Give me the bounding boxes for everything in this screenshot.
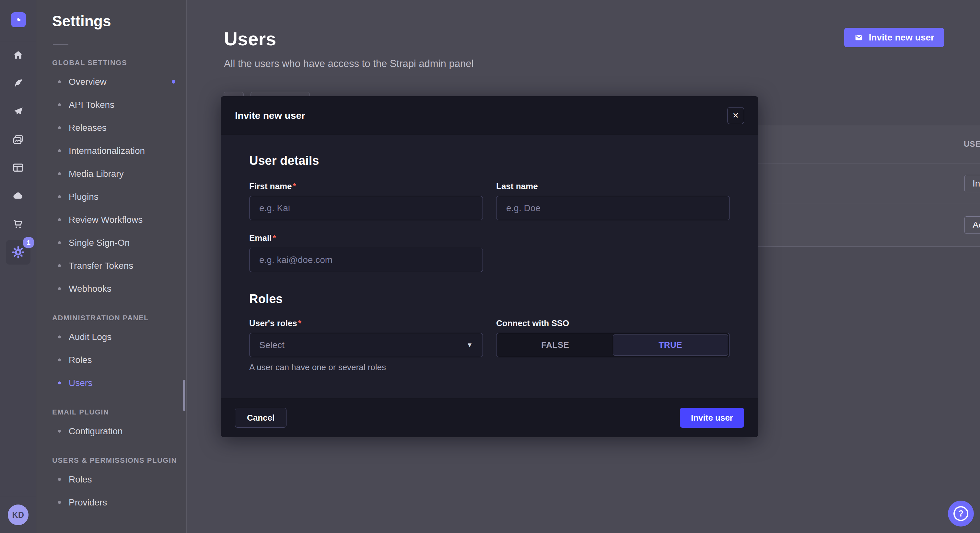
required-asterisk: *: [272, 233, 276, 243]
invite-user-submit-button[interactable]: Invite user: [680, 408, 744, 428]
section-label-email-plugin: EMAIL PLUGIN: [36, 408, 186, 416]
sidebar-item-review-workflows[interactable]: Review Workflows: [36, 208, 186, 231]
sso-toggle: FALSE TRUE: [496, 333, 730, 357]
help-button[interactable]: ?: [948, 501, 974, 527]
modal-title: Invite new user: [235, 110, 305, 121]
bullet-icon: [58, 195, 61, 198]
invite-new-user-button[interactable]: Invite new user: [844, 28, 944, 47]
strapi-logo-icon: [14, 16, 23, 24]
sidebar-item-single-sign-on[interactable]: Single Sign-On: [36, 231, 186, 254]
user-roles-label: User's roles*: [249, 318, 483, 328]
cancel-button[interactable]: Cancel: [235, 408, 286, 428]
pictures-icon[interactable]: [12, 133, 25, 146]
home-icon[interactable]: [12, 49, 25, 62]
sso-field-group: Connect with SSO FALSE TRUE: [496, 318, 730, 373]
paper-plane-icon[interactable]: [12, 105, 25, 118]
page-subtitle: All the users who have access to the Str…: [224, 58, 474, 70]
bullet-icon: [58, 381, 61, 384]
email-label: Email*: [249, 233, 483, 243]
bullet-icon: [58, 218, 61, 221]
sidebar-item-internationalization[interactable]: Internationalization: [36, 139, 186, 162]
bullet-icon: [58, 501, 61, 504]
section-label-administration-panel: ADMINISTRATION PANEL: [36, 314, 186, 322]
sso-label: Connect with SSO: [496, 318, 730, 328]
sidebar-item-releases[interactable]: Releases: [36, 116, 186, 139]
chevron-down-icon: ▼: [466, 341, 473, 349]
sidebar-item-up-providers[interactable]: Providers: [36, 491, 186, 514]
sidebar-item-plugins[interactable]: Plugins: [36, 185, 186, 208]
main-nav-rail: 1 KD: [0, 0, 36, 533]
sidebar-item-webhooks[interactable]: Webhooks: [36, 277, 186, 300]
envelope-icon: [854, 33, 864, 42]
status-badge: Inactive: [964, 175, 980, 192]
sidebar-item-media-library[interactable]: Media Library: [36, 162, 186, 185]
bullet-icon: [58, 80, 61, 83]
sidebar-item-transfer-tokens[interactable]: Transfer Tokens: [36, 254, 186, 277]
email-input[interactable]: [249, 248, 483, 272]
sidebar-item-api-tokens[interactable]: API Tokens: [36, 93, 186, 116]
bullet-icon: [58, 126, 61, 129]
section-title-user-details: User details: [249, 154, 730, 168]
page-title: Users: [224, 28, 474, 49]
bullet-icon: [58, 172, 61, 175]
cart-icon[interactable]: [12, 217, 25, 230]
subnav-scrollbar-thumb[interactable]: [183, 380, 185, 411]
sso-toggle-false[interactable]: FALSE: [498, 335, 613, 355]
layout-icon[interactable]: [12, 161, 25, 174]
roles-hint: A user can have one or several roles: [249, 362, 483, 373]
modal-footer: Cancel Invite user: [221, 398, 758, 437]
sidebar-item-audit-logs[interactable]: Audit Logs: [36, 325, 186, 348]
first-name-label: First name*: [249, 181, 483, 191]
strapi-logo[interactable]: [11, 12, 26, 27]
sso-toggle-true[interactable]: TRUE: [613, 335, 729, 355]
user-roles-select[interactable]: Select ▼: [249, 333, 483, 357]
gear-icon: [11, 245, 25, 259]
required-asterisk: *: [293, 181, 296, 191]
section-title-roles: Roles: [249, 292, 730, 306]
email-field-group: Email*: [249, 233, 483, 272]
settings-nav-item[interactable]: 1: [6, 240, 30, 265]
sidebar-item-overview[interactable]: Overview: [36, 70, 186, 93]
subnav-title-rule: [53, 44, 68, 45]
sidebar-item-users[interactable]: Users: [36, 371, 186, 394]
modal-header: Invite new user ✕: [221, 96, 758, 135]
last-name-label: Last name: [496, 181, 730, 191]
first-name-input[interactable]: [249, 196, 483, 220]
sidebar-item-admin-roles[interactable]: Roles: [36, 348, 186, 371]
overview-notification-dot: [172, 80, 175, 84]
rail-divider: [0, 42, 36, 42]
user-avatar[interactable]: KD: [8, 504, 29, 525]
section-label-users-permissions-plugin: USERS & PERMISSIONS PLUGIN: [36, 456, 186, 465]
settings-notification-badge: 1: [23, 237, 34, 248]
settings-subnav: Settings GLOBAL SETTINGS Overview API To…: [36, 0, 187, 533]
sidebar-item-email-configuration[interactable]: Configuration: [36, 420, 186, 443]
column-header-user-status: USER STATUS: [964, 140, 980, 149]
section-label-global-settings: GLOBAL SETTINGS: [36, 59, 186, 67]
cloud-icon[interactable]: [12, 189, 25, 202]
invite-new-user-modal: Invite new user ✕ User details First nam…: [221, 96, 758, 437]
last-name-field-group: Last name: [496, 181, 730, 220]
last-name-input[interactable]: [496, 196, 730, 220]
close-icon[interactable]: ✕: [727, 107, 744, 124]
strapi-admin-app: 1 KD Settings GLOBAL SETTINGS Overview A…: [0, 0, 980, 533]
first-name-field-group: First name*: [249, 181, 483, 220]
bullet-icon: [58, 359, 61, 362]
status-badge: Active: [964, 216, 980, 234]
question-mark-icon: ?: [953, 506, 968, 521]
bullet-icon: [58, 287, 61, 290]
user-roles-field-group: User's roles* Select ▼ A user can have o…: [249, 318, 483, 373]
bullet-icon: [58, 241, 61, 244]
feather-icon[interactable]: [12, 77, 25, 90]
bullet-icon: [58, 264, 61, 267]
select-value: Select: [259, 340, 285, 351]
bullet-icon: [58, 149, 61, 152]
subnav-title: Settings: [36, 12, 186, 30]
bullet-icon: [58, 430, 61, 433]
bullet-icon: [58, 335, 61, 338]
required-asterisk: *: [298, 318, 301, 328]
bullet-icon: [58, 103, 61, 106]
bullet-icon: [58, 478, 61, 481]
modal-body: User details First name* Last name: [221, 135, 758, 398]
sidebar-item-up-roles[interactable]: Roles: [36, 468, 186, 491]
